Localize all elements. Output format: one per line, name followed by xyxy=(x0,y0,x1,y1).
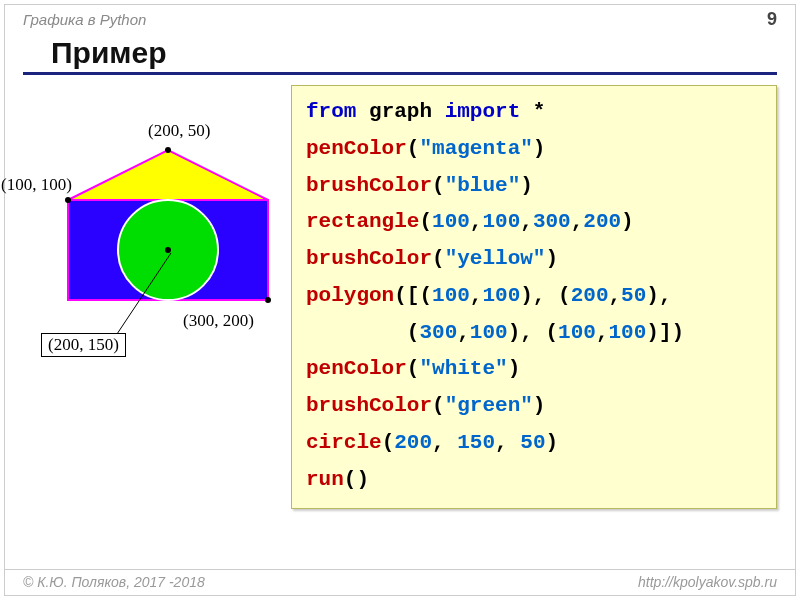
coord-label-center: (200, 150) xyxy=(41,333,126,357)
header-topic: Графика в Python xyxy=(23,11,146,28)
coord-label-top: (200, 50) xyxy=(148,121,210,141)
footer-url: http://kpolyakov.spb.ru xyxy=(638,574,777,590)
coord-label-tl: (100, 100) xyxy=(1,175,72,195)
code-block: from graph import * penColor("magenta") … xyxy=(291,85,777,509)
footer-author: © К.Ю. Поляков, 2017 -2018 xyxy=(23,574,205,590)
coord-label-br: (300, 200) xyxy=(183,311,254,331)
slide-title: Пример xyxy=(23,30,777,75)
diagram-area: (200, 50) (100, 100) (300, 200) (200, 15… xyxy=(23,85,283,509)
page-number: 9 xyxy=(767,9,777,30)
svg-marker-0 xyxy=(68,150,268,200)
